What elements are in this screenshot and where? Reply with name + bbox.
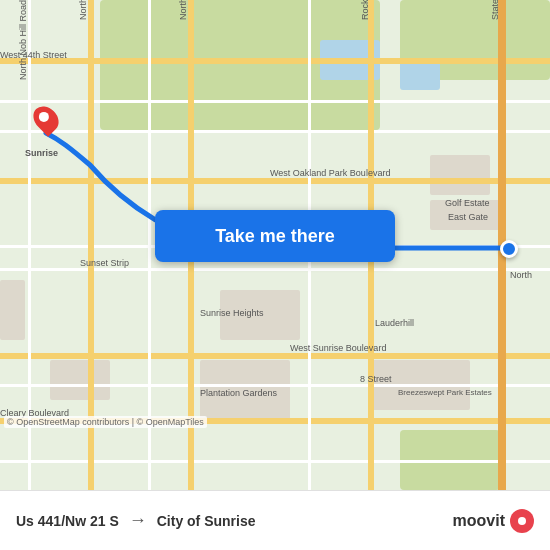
destination-dot <box>500 240 518 258</box>
label-plantation: Plantation Gardens <box>200 388 277 398</box>
block-1 <box>430 155 490 195</box>
label-oakland: West Oakland Park Boulevard <box>270 168 390 178</box>
street-44th <box>0 58 550 64</box>
label-sunrise: West Sunrise Boulevard <box>290 343 386 353</box>
take-me-there-button[interactable]: Take me there <box>155 210 395 262</box>
street-h2 <box>0 100 550 103</box>
route-from: Us 441/Nw 21 S <box>16 513 119 529</box>
moovit-text: moovit <box>453 512 505 530</box>
map-container: West 44th Street West Oakland Park Boule… <box>0 0 550 490</box>
street-8 <box>0 384 550 387</box>
label-pine: North Pine Island Road <box>78 0 88 20</box>
route-to: City of Sunrise <box>157 513 256 529</box>
label-sunrise-heights: Sunrise Heights <box>200 308 264 318</box>
label-44th: West 44th Street <box>0 50 67 60</box>
street-sunset <box>0 268 550 271</box>
label-breezeswept: Breezeswept Park Estates <box>398 388 492 397</box>
label-8street: 8 Street <box>360 374 392 384</box>
origin-pin <box>35 105 57 133</box>
label-rock: Rock Island Road <box>360 0 370 20</box>
label-state7: State Road 7 <box>490 0 500 20</box>
label-north: North <box>510 270 532 280</box>
route-arrow: → <box>129 510 147 531</box>
map-attribution: © OpenStreetMap contributors | © OpenMap… <box>4 416 207 428</box>
moovit-logo: moovit <box>453 509 534 533</box>
street-h4 <box>0 460 550 463</box>
label-sunset: Sunset Strip <box>80 258 129 268</box>
label-lauderhill: Lauderhill <box>375 318 414 328</box>
label-nob: North Nob Hill Road <box>18 0 28 80</box>
moovit-dot-inner <box>518 517 526 525</box>
label-eastgate: East Gate <box>448 212 488 222</box>
water-area-2 <box>400 60 440 90</box>
label-univ: North University Drive <box>178 0 188 20</box>
street-oakland <box>0 178 550 184</box>
label-golf: Golf Estate <box>445 198 490 208</box>
bottom-bar: Us 441/Nw 21 S → City of Sunrise moovit <box>0 490 550 550</box>
moovit-dot <box>510 509 534 533</box>
street-h1 <box>0 130 550 133</box>
label-sunrise-city: Sunrise <box>25 148 58 158</box>
block-3 <box>0 280 25 340</box>
street-sunrise <box>0 353 550 359</box>
block-5 <box>50 360 110 400</box>
